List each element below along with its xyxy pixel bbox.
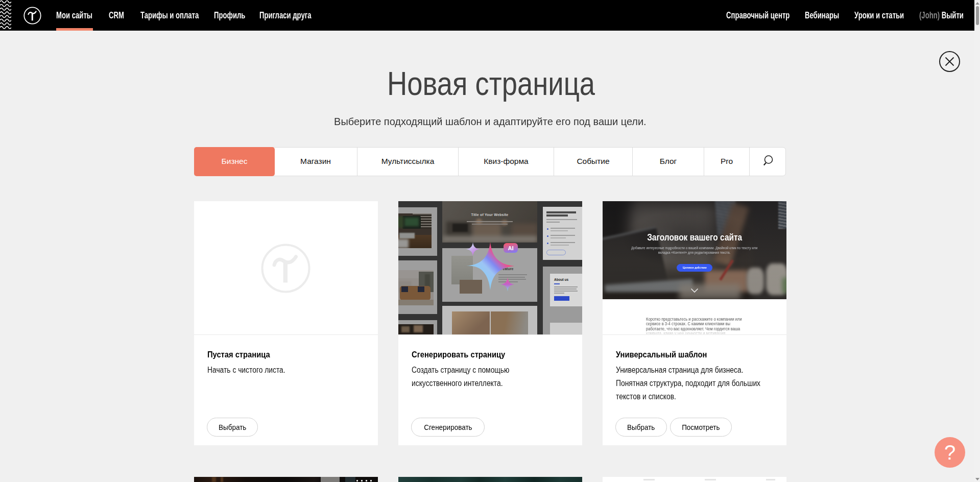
svg-text:AI: AI xyxy=(508,245,514,251)
